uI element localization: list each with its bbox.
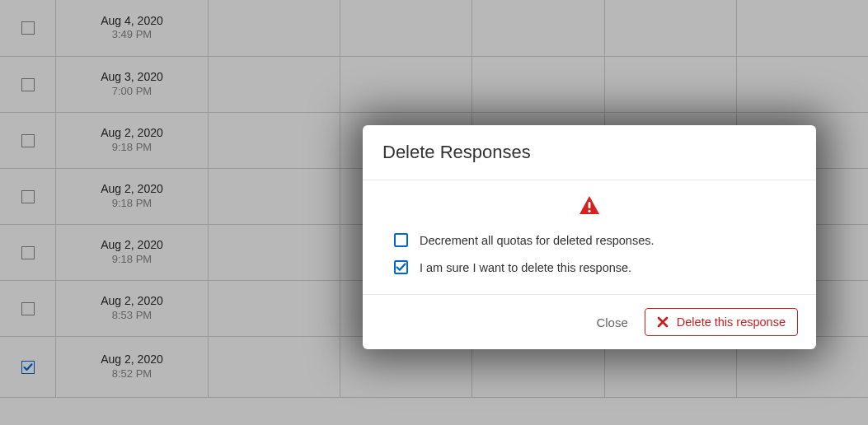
- modal-title: Delete Responses: [382, 142, 796, 163]
- close-x-icon: [657, 316, 669, 328]
- warning-triangle-icon: [579, 195, 600, 218]
- confirm-delete-label: I am sure I want to delete this response…: [420, 261, 631, 274]
- svg-point-1: [588, 210, 590, 212]
- decrement-quotas-option: Decrement all quotas for deleted respons…: [394, 233, 796, 247]
- modal-options: Decrement all quotas for deleted respons…: [382, 233, 796, 274]
- delete-response-button[interactable]: Delete this response: [645, 308, 798, 336]
- warning-icon-wrap: [382, 195, 796, 218]
- close-button[interactable]: Close: [596, 315, 627, 329]
- modal-body: Decrement all quotas for deleted respons…: [363, 180, 816, 294]
- modal-footer: Close Delete this response: [363, 294, 816, 349]
- decrement-quotas-checkbox[interactable]: [394, 233, 408, 247]
- decrement-quotas-label: Decrement all quotas for deleted respons…: [420, 234, 655, 247]
- svg-rect-0: [589, 202, 591, 208]
- modal-header: Delete Responses: [363, 125, 816, 180]
- confirm-delete-option: I am sure I want to delete this response…: [394, 260, 796, 274]
- delete-responses-modal: Delete Responses Decrement all quotas fo…: [363, 125, 816, 349]
- delete-button-label: Delete this response: [677, 315, 786, 329]
- confirm-delete-checkbox[interactable]: [394, 260, 408, 274]
